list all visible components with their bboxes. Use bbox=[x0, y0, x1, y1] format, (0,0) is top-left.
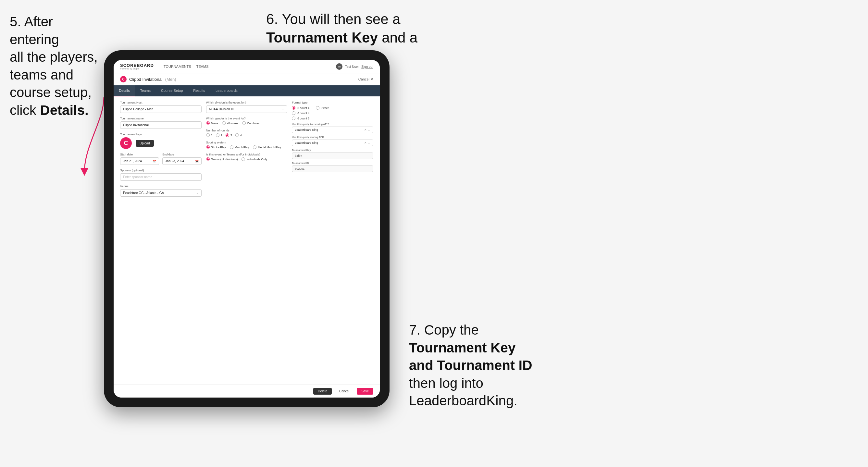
scoring-field-group: Scoring system Stroke Play Match Play bbox=[206, 141, 288, 149]
scoring-stroke-radio[interactable] bbox=[206, 145, 210, 149]
teams-plus-radio[interactable] bbox=[206, 157, 210, 161]
left-column: Tournament Host Clippd College - Men ⌄ T… bbox=[120, 101, 202, 200]
tournament-id-label: Tournament ID bbox=[292, 162, 373, 164]
venue-input[interactable]: Peachtree GC - Atlanta - GA ⌄ bbox=[120, 189, 202, 197]
gender-combined-radio[interactable] bbox=[242, 121, 246, 125]
format-6count5[interactable]: 6 count 5 bbox=[292, 117, 309, 120]
format-6count5-radio[interactable] bbox=[292, 117, 296, 120]
gender-womens-radio[interactable] bbox=[222, 121, 226, 125]
format-5count4[interactable]: 5 count 4 bbox=[292, 106, 309, 110]
tournament-key-section: Tournament Key b4fb7 bbox=[292, 149, 373, 159]
scoring-match[interactable]: Match Play bbox=[230, 145, 249, 149]
right-column: Format type 5 count 4 6 count 4 bbox=[292, 101, 373, 200]
tab-leaderboards[interactable]: Leaderboards bbox=[210, 85, 243, 96]
individuals-only-radio[interactable] bbox=[242, 157, 245, 161]
format-other[interactable]: Other bbox=[316, 106, 329, 110]
third-party2-section: Use third-party scoring API? Leaderboard… bbox=[292, 136, 373, 146]
main-content: Tournament Host Clippd College - Men ⌄ T… bbox=[114, 96, 380, 384]
nav-tournaments[interactable]: TOURNAMENTS bbox=[164, 63, 191, 70]
venue-field-group: Venue Peachtree GC - Atlanta - GA ⌄ bbox=[120, 185, 202, 197]
tournament-logo: C bbox=[120, 76, 127, 83]
third-party1-input[interactable]: Leaderboard King ✕ ⌄ bbox=[292, 127, 373, 133]
nav-teams[interactable]: TEAMS bbox=[196, 63, 209, 70]
header-right: TU Test User Sign out bbox=[336, 63, 373, 70]
format-other-radio[interactable] bbox=[316, 106, 319, 110]
cancel-button[interactable]: Cancel ✕ bbox=[359, 77, 373, 82]
start-date-input[interactable]: Jan 21, 2024 📅 bbox=[120, 157, 159, 165]
format-6count4[interactable]: 6 count 4 bbox=[292, 111, 309, 115]
annotation-bottom-right: 7. Copy the Tournament Key and Tournamen… bbox=[409, 321, 565, 410]
calendar-icon-end: 📅 bbox=[195, 160, 199, 163]
third-party2-input[interactable]: Leaderboard King ✕ ⌄ bbox=[292, 139, 373, 146]
gender-combined[interactable]: Combined bbox=[242, 121, 260, 125]
gender-field-group: Which gender is the event for? Mens Wome… bbox=[206, 117, 288, 125]
name-input[interactable]: Clippd Invitational bbox=[120, 121, 202, 129]
tab-details[interactable]: Details bbox=[114, 85, 135, 96]
venue-dropdown-icon: ⌄ bbox=[196, 191, 199, 195]
round-3-radio[interactable] bbox=[226, 133, 229, 137]
host-input[interactable]: Clippd College - Men ⌄ bbox=[120, 105, 202, 113]
logo-label: Tournament logo bbox=[120, 133, 202, 136]
scoring-stroke[interactable]: Stroke Play bbox=[206, 145, 226, 149]
delete-button[interactable]: Delete bbox=[313, 388, 332, 395]
calendar-icon: 📅 bbox=[153, 160, 156, 163]
teams-plus[interactable]: Teams (+Individuals) bbox=[206, 157, 238, 161]
gender-womens[interactable]: Womens bbox=[222, 121, 238, 125]
nav-items: TOURNAMENTS TEAMS bbox=[164, 63, 209, 70]
individuals-only[interactable]: Individuals Only bbox=[242, 157, 267, 161]
round-2[interactable]: 2 bbox=[216, 133, 222, 137]
logo-main: SCOREBOARD bbox=[120, 63, 154, 67]
round-2-radio[interactable] bbox=[216, 133, 219, 137]
format-6count4-radio[interactable] bbox=[292, 111, 296, 115]
rounds-radio-group: 1 2 3 4 bbox=[206, 133, 288, 137]
third-party1-label: Use third-party live scoring API? bbox=[292, 123, 373, 126]
round-1[interactable]: 1 bbox=[206, 133, 213, 137]
format-5count4-radio[interactable] bbox=[292, 106, 296, 110]
tablet: SCOREBOARD Powered by clippd TOURNAMENTS… bbox=[104, 50, 390, 407]
end-date-group: End date Jan 23, 2024 📅 bbox=[162, 153, 201, 165]
logo-placeholder: C bbox=[120, 137, 132, 149]
end-date-input[interactable]: Jan 23, 2024 📅 bbox=[162, 157, 201, 165]
tab-course-setup[interactable]: Course Setup bbox=[156, 85, 188, 96]
scoring-match-radio[interactable] bbox=[230, 145, 234, 149]
division-input[interactable]: NCAA Division III ⌄ bbox=[206, 105, 288, 113]
scoring-radio-group: Stroke Play Match Play Medal Match Play bbox=[206, 145, 288, 149]
third-party2-clear-icon: ✕ ⌄ bbox=[364, 141, 370, 145]
sponsor-label: Sponsor (optional) bbox=[120, 169, 202, 172]
rounds-field-group: Number of rounds 1 2 3 bbox=[206, 129, 288, 137]
tab-results[interactable]: Results bbox=[188, 85, 210, 96]
scoring-medal-radio[interactable] bbox=[253, 145, 256, 149]
division-field-group: Which division is the event for? NCAA Di… bbox=[206, 101, 288, 113]
sponsor-input[interactable]: Enter sponsor name bbox=[120, 173, 202, 181]
mid-column: Which division is the event for? NCAA Di… bbox=[206, 101, 288, 200]
gender-mens[interactable]: Mens bbox=[206, 121, 218, 125]
sign-out-link[interactable]: Sign out bbox=[361, 65, 373, 68]
division-dropdown-icon: ⌄ bbox=[282, 108, 284, 111]
teams-field-group: Is this event for Teams and/or Individua… bbox=[206, 153, 288, 161]
round-4-radio[interactable] bbox=[235, 133, 239, 137]
teams-radio-group: Teams (+Individuals) Individuals Only bbox=[206, 157, 288, 161]
host-field-group: Tournament Host Clippd College - Men ⌄ bbox=[120, 101, 202, 113]
name-field-group: Tournament name Clippd Invitational bbox=[120, 117, 202, 129]
tournament-header: C Clippd Invitational (Men) Cancel ✕ bbox=[114, 73, 380, 85]
end-date-label: End date bbox=[162, 153, 201, 156]
save-button[interactable]: Save bbox=[357, 388, 373, 395]
upload-button[interactable]: Upload bbox=[136, 140, 154, 147]
tab-teams[interactable]: Teams bbox=[135, 85, 156, 96]
round-1-radio[interactable] bbox=[206, 133, 210, 137]
round-3[interactable]: 3 bbox=[226, 133, 232, 137]
scoring-medal[interactable]: Medal Match Play bbox=[253, 145, 281, 149]
third-party1-clear-icon: ✕ ⌄ bbox=[364, 128, 370, 131]
scoreboard-logo: SCOREBOARD Powered by clippd bbox=[120, 63, 154, 70]
cancel-footer-button[interactable]: Cancel bbox=[334, 387, 354, 395]
host-dropdown-icon: ⌄ bbox=[196, 108, 199, 111]
date-row: Start date Jan 21, 2024 📅 End date Jan 2… bbox=[120, 153, 202, 165]
format-section: Format type 5 count 4 6 count 4 bbox=[292, 101, 373, 120]
logo-sub: Powered by clippd bbox=[120, 67, 154, 70]
gender-mens-radio[interactable] bbox=[206, 121, 210, 125]
round-4[interactable]: 4 bbox=[235, 133, 242, 137]
format-label: Format type bbox=[292, 101, 373, 104]
tournament-key-value: b4fb7 bbox=[292, 153, 373, 159]
user-name: Test User bbox=[345, 65, 359, 68]
user-avatar: TU bbox=[336, 63, 342, 70]
